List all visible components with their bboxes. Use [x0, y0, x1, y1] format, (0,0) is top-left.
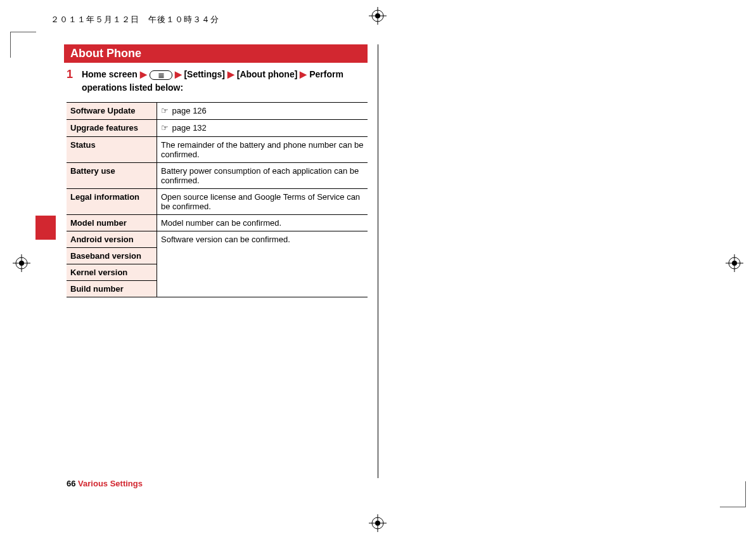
registration-mark-bottom: [369, 514, 387, 532]
step-body: Home screen ▶ ▶ [Settings] ▶ [About phon…: [82, 68, 361, 94]
pointer-icon: ☞: [161, 106, 169, 115]
row-desc: The remainder of the battery and phone n…: [157, 137, 368, 163]
table-row: Model number Model number can be confirm…: [67, 215, 368, 231]
section-header: About Phone: [64, 44, 368, 63]
pointer-icon: ☞: [161, 123, 169, 133]
column-divider: [378, 44, 378, 478]
table-row: Android version Software version can be …: [67, 231, 368, 248]
row-desc: ☞ page 132: [157, 120, 368, 137]
row-desc: ☞ page 126: [157, 103, 368, 120]
step-number: 1: [67, 68, 79, 81]
page-number: 66: [67, 479, 75, 488]
row-label: Build number: [67, 281, 157, 297]
registration-mark-top: [369, 7, 387, 25]
row-label: Baseband version: [67, 248, 157, 264]
table-row: Legal information Open source license an…: [67, 189, 368, 215]
row-desc: Model number can be confirmed.: [157, 215, 368, 231]
arrow-icon: ▶: [227, 69, 234, 79]
settings-table: Software Update ☞ page 126 Upgrade featu…: [67, 102, 368, 297]
step-1: 1 Home screen ▶ ▶ [Settings] ▶ [About ph…: [67, 68, 368, 94]
table-row: Battery use Battery power consumption of…: [67, 163, 368, 189]
table-row: Status The remainder of the battery and …: [67, 137, 368, 163]
crop-mark-top-left: [10, 32, 36, 58]
print-timestamp: ２０１１年５月１２日 午後１０時３４分: [51, 14, 219, 25]
arrow-icon: ▶: [140, 69, 147, 79]
step-part-a: Home screen: [82, 69, 138, 79]
arrow-icon: ▶: [175, 69, 182, 79]
row-label: Software Update: [67, 103, 157, 120]
row-desc: Software version can be confirmed.: [157, 231, 368, 297]
row-label: Legal information: [67, 189, 157, 215]
table-row: Software Update ☞ page 126: [67, 103, 368, 120]
menu-key-icon: [150, 70, 172, 80]
crop-mark-bottom-right: [720, 481, 746, 507]
registration-mark-left: [13, 254, 30, 272]
step-part-c: [About phone]: [237, 69, 298, 79]
row-label: Battery use: [67, 163, 157, 189]
row-label: Model number: [67, 215, 157, 231]
row-desc: Open source license and Google Terms of …: [157, 189, 368, 215]
row-label: Upgrade features: [67, 120, 157, 137]
side-tab: [35, 216, 56, 240]
row-label: Kernel version: [67, 264, 157, 281]
page-content: About Phone 1 Home screen ▶ ▶ [Settings]…: [67, 44, 368, 488]
arrow-icon: ▶: [300, 69, 307, 79]
registration-mark-right: [726, 254, 743, 272]
row-label: Status: [67, 137, 157, 163]
page-footer: 66 Various Settings: [67, 479, 143, 488]
row-label: Android version: [67, 231, 157, 248]
row-desc: Battery power consumption of each applic…: [157, 163, 368, 189]
step-part-b: [Settings]: [184, 69, 225, 79]
table-row: Upgrade features ☞ page 132: [67, 120, 368, 137]
page-section-title: Various Settings: [78, 479, 143, 488]
